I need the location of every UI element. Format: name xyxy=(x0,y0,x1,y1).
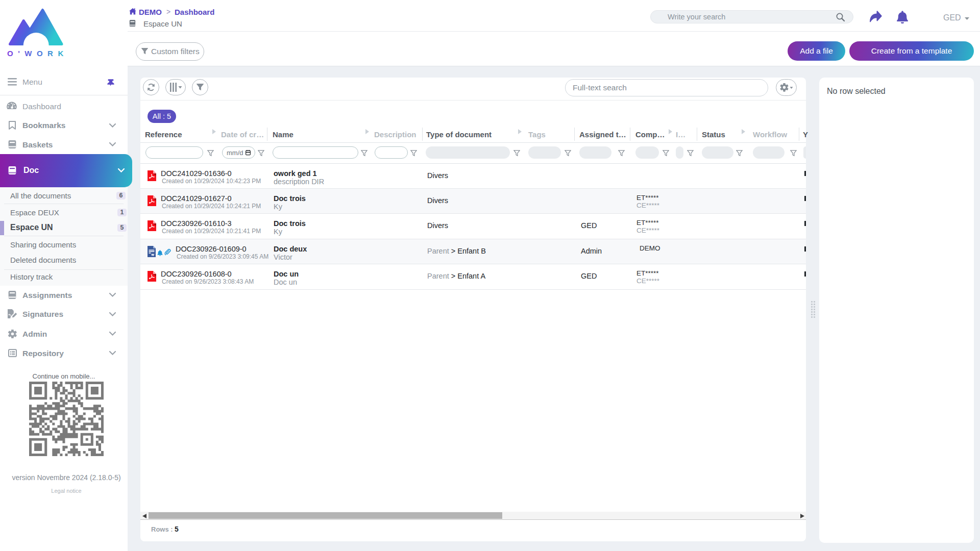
svg-text:O'WORK: O'WORK xyxy=(7,49,66,58)
